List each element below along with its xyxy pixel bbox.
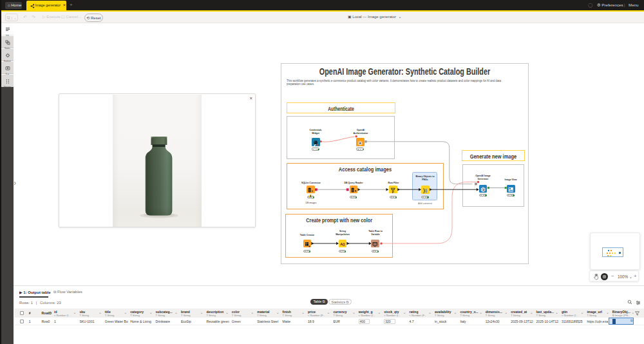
svg-text:A(): A() xyxy=(340,243,345,247)
